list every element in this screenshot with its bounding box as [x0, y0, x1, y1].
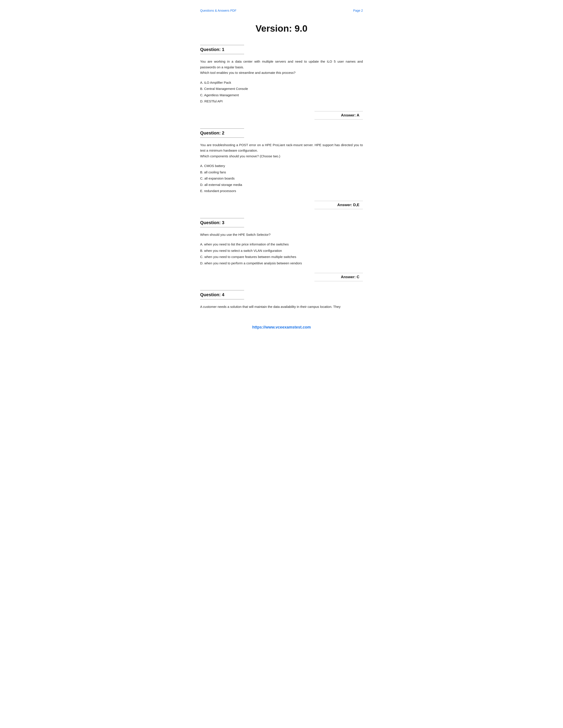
question-2-section: Question: 2 You are troubleshooting a PO… [200, 128, 363, 209]
question-3-title: Question: 3 [200, 220, 244, 225]
list-item: B. all cooling fans [200, 169, 363, 176]
list-item: E. redundant processors [200, 188, 363, 194]
question-2-text: You are troubleshooting a POST error on … [200, 142, 363, 159]
version-title: Version: 9.0 [200, 23, 363, 34]
question-3-header: Question: 3 [200, 218, 244, 227]
question-2-answer-section: Answer: D,E [200, 201, 363, 209]
question-3-text: When should you use the HPE Switch Selec… [200, 232, 363, 238]
list-item: D. RESTful API [200, 98, 363, 105]
list-item: C. all expansion boards [200, 175, 363, 182]
question-2-header: Question: 2 [200, 128, 244, 138]
question-2-title: Question: 2 [200, 131, 244, 136]
question-1-options: A. iLO Amplifier Pack B. Central Managem… [200, 80, 363, 105]
page-container: Questions & Answers PDF Page 2 Version: … [187, 0, 376, 343]
footer-url-link[interactable]: https://www.vceexamstest.com [252, 325, 311, 329]
question-4-section: Question: 4 A customer needs a solution … [200, 290, 363, 310]
question-1-section: Question: 1 You are working in a data ce… [200, 45, 363, 120]
list-item: D. when you need to perform a competitiv… [200, 260, 363, 267]
question-2-answer: Answer: D,E [315, 201, 363, 209]
list-item: B. Central Management Console [200, 86, 363, 92]
footer: https://www.vceexamstest.com [200, 323, 363, 330]
list-item: A. iLO Amplifier Pack [200, 80, 363, 86]
page-header: Questions & Answers PDF Page 2 [200, 9, 363, 12]
question-1-header: Question: 1 [200, 45, 244, 54]
question-3-section: Question: 3 When should you use the HPE … [200, 218, 363, 281]
list-item: D. all external storage media [200, 182, 363, 188]
question-3-answer: Answer: C [315, 273, 363, 281]
header-right-label: Page 2 [353, 9, 363, 12]
question-2-options: A. CMOS battery B. all cooling fans C. a… [200, 163, 363, 194]
list-item: C. Agentless Management [200, 92, 363, 98]
list-item: A. CMOS battery [200, 163, 363, 169]
header-left-label: Questions & Answers PDF [200, 9, 236, 12]
list-item: A. when you need to list the price infor… [200, 241, 363, 248]
question-1-text: You are working in a data center with mu… [200, 59, 363, 76]
question-1-title: Question: 1 [200, 47, 244, 52]
question-1-answer-section: Answer: A [200, 111, 363, 120]
question-4-title: Question: 4 [200, 292, 244, 297]
list-item: C. when you need to compare features bet… [200, 254, 363, 260]
question-3-answer-section: Answer: C [200, 273, 363, 281]
question-1-answer: Answer: A [315, 111, 363, 120]
list-item: B. when you need to select a switch VLAN… [200, 248, 363, 254]
question-4-header: Question: 4 [200, 290, 244, 300]
question-3-options: A. when you need to list the price infor… [200, 241, 363, 266]
question-4-text: A customer needs a solution that will ma… [200, 304, 363, 310]
